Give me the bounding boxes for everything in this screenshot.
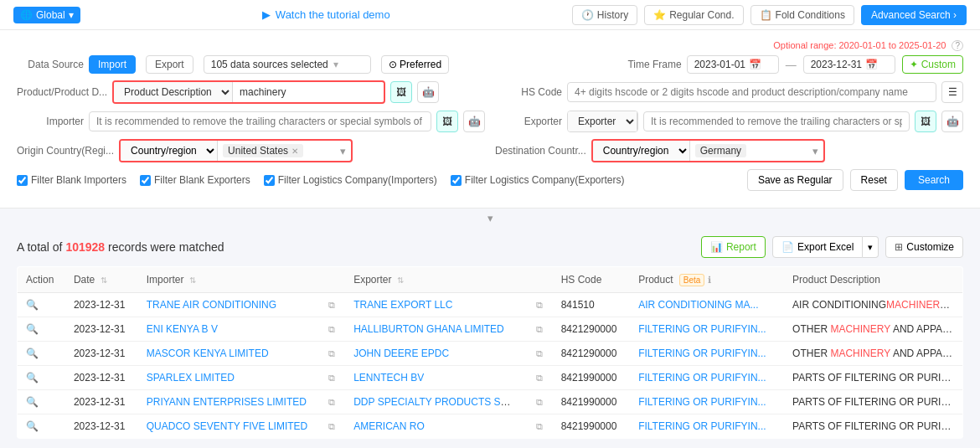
save-regular-button[interactable]: Save as Regular: [747, 169, 843, 191]
origin-country-dropdown-arrow[interactable]: ▾: [335, 145, 351, 157]
importer-link[interactable]: MASCOR KENYA LIMITED: [147, 348, 269, 359]
hscode-list-icon[interactable]: ☰: [941, 81, 963, 103]
custom-button[interactable]: ✦ Custom: [902, 55, 963, 74]
cell-exporter-copy[interactable]: ⧉: [524, 317, 553, 342]
export-dropdown-arrow[interactable]: ▾: [863, 236, 879, 258]
exporter-type-select[interactable]: Exporter: [568, 111, 637, 131]
cell-exporter-copy[interactable]: ⧉: [524, 390, 553, 415]
importer-copy-icon[interactable]: ⧉: [328, 348, 335, 358]
filter2-input[interactable]: [140, 175, 151, 186]
importer-copy-icon[interactable]: ⧉: [328, 373, 335, 383]
row-search-icon[interactable]: 🔍: [26, 396, 39, 408]
product-link[interactable]: FILTERING OR PURIFYIN...: [638, 396, 766, 408]
product-type-select[interactable]: Product Description: [114, 82, 233, 102]
product-link[interactable]: AIR CONDITIONING MA...: [638, 299, 758, 311]
filter3-input[interactable]: [264, 175, 275, 186]
exporter-link[interactable]: TRANE EXPORT LLC: [353, 299, 452, 311]
exporter-copy-icon[interactable]: ⧉: [536, 300, 543, 310]
search-button[interactable]: Search: [905, 170, 963, 190]
filter1-checkbox[interactable]: Filter Blank Importers: [17, 174, 126, 186]
exporter-copy-icon[interactable]: ⧉: [536, 421, 543, 431]
collapse-row[interactable]: ▾: [0, 209, 980, 228]
importer-link[interactable]: QUADCO SEVENTY FIVE LIMITED: [147, 420, 307, 432]
filter4-checkbox[interactable]: Filter Logistics Company(Exporters): [451, 174, 625, 186]
importer-copy-icon[interactable]: ⧉: [328, 324, 335, 334]
filter2-checkbox[interactable]: Filter Blank Exporters: [140, 174, 250, 186]
row-search-icon[interactable]: 🔍: [26, 348, 39, 359]
row-search-icon[interactable]: 🔍: [26, 323, 39, 335]
col-date[interactable]: Date ⇅: [65, 267, 138, 293]
importer-link[interactable]: TRANE AIR CONDITIONING: [147, 299, 276, 311]
export-tab[interactable]: Export: [146, 55, 193, 74]
fold-conditions-button[interactable]: 📋 Fold Conditions: [750, 5, 854, 25]
cell-action[interactable]: 🔍: [18, 293, 65, 317]
exporter-image-icon[interactable]: 🖼: [915, 111, 936, 132]
cell-action[interactable]: 🔍: [18, 317, 65, 342]
row-search-icon[interactable]: 🔍: [26, 420, 39, 432]
col-importer[interactable]: Importer ⇅: [138, 267, 317, 293]
cell-exporter-copy[interactable]: ⧉: [524, 366, 553, 390]
help-icon[interactable]: ?: [952, 40, 963, 51]
cell-action[interactable]: 🔍: [18, 342, 65, 366]
cell-exporter-copy[interactable]: ⧉: [524, 415, 553, 439]
preferred-button[interactable]: ⊙ Preferred: [381, 55, 449, 74]
filter4-input[interactable]: [451, 175, 462, 186]
exporter-copy-icon[interactable]: ⧉: [536, 373, 543, 383]
import-tab[interactable]: Import: [89, 55, 136, 74]
cell-importer-copy[interactable]: ⧉: [317, 293, 345, 317]
importer-copy-icon[interactable]: ⧉: [328, 397, 335, 407]
exporter-copy-icon[interactable]: ⧉: [536, 348, 543, 358]
exporter-link[interactable]: LENNTECH BV: [353, 372, 424, 384]
row-search-icon[interactable]: 🔍: [26, 372, 39, 384]
exporter-copy-icon[interactable]: ⧉: [536, 324, 543, 334]
hscode-input[interactable]: [567, 82, 936, 102]
product-ai-icon[interactable]: 🤖: [417, 81, 439, 103]
exporter-link[interactable]: AMERICAN RO: [353, 420, 425, 432]
cell-importer-copy[interactable]: ⧉: [317, 390, 345, 415]
filter3-checkbox[interactable]: Filter Logistics Company(Importers): [264, 174, 437, 186]
importer-link[interactable]: SPARLEX LIMITED: [147, 372, 235, 384]
product-link[interactable]: FILTERING OR PURIFYIN...: [638, 372, 766, 384]
cell-action[interactable]: 🔍: [18, 366, 65, 390]
tutorial-link[interactable]: ▶ Watch the tutorial demo: [262, 8, 390, 21]
importer-image-icon[interactable]: 🖼: [436, 111, 458, 132]
cell-action[interactable]: 🔍: [18, 415, 65, 439]
cell-importer-copy[interactable]: ⧉: [317, 317, 345, 342]
origin-country-tag-close[interactable]: ✕: [291, 147, 298, 156]
destination-region-select[interactable]: Country/region: [593, 141, 690, 161]
exporter-ai-icon[interactable]: 🤖: [941, 111, 963, 132]
advanced-search-button[interactable]: Advanced Search ›: [861, 5, 967, 25]
product-link[interactable]: FILTERING OR PURIFYIN...: [638, 348, 766, 359]
exporter-input[interactable]: [643, 111, 910, 131]
origin-region-select[interactable]: Country/region: [121, 141, 218, 161]
exporter-link[interactable]: JOHN DEERE EPDC: [353, 348, 449, 359]
datasource-select[interactable]: 105 data sources selected ▾: [204, 55, 371, 74]
exporter-link[interactable]: DDP SPECIALTY PRODUCTS SOUTH AFRIC...: [353, 396, 524, 408]
cell-importer-copy[interactable]: ⧉: [317, 366, 345, 390]
destination-country-dropdown-arrow[interactable]: ▾: [807, 145, 823, 157]
filter1-input[interactable]: [17, 175, 28, 186]
importer-link[interactable]: ENI KENYA B V: [147, 323, 218, 335]
importer-copy-icon[interactable]: ⧉: [328, 421, 335, 431]
importer-link[interactable]: PRIYANN ENTERPRISES LIMITED: [147, 396, 307, 408]
history-button[interactable]: 🕐 History: [572, 5, 637, 25]
customize-button[interactable]: ⊞ Customize: [885, 236, 963, 258]
cell-importer-copy[interactable]: ⧉: [317, 415, 345, 439]
exporter-link[interactable]: HALLIBURTON GHANA LIMITED: [353, 323, 504, 335]
reset-button[interactable]: Reset: [850, 169, 898, 191]
col-exporter[interactable]: Exporter ⇅: [345, 267, 524, 293]
timeframe-end-input[interactable]: 2023-12-31 📅: [803, 55, 895, 74]
product-link[interactable]: FILTERING OR PURIFYIN...: [638, 420, 766, 432]
cell-exporter-copy[interactable]: ⧉: [524, 293, 553, 317]
cell-importer-copy[interactable]: ⧉: [317, 342, 345, 366]
product-image-icon[interactable]: 🖼: [390, 81, 412, 103]
cell-action[interactable]: 🔍: [18, 390, 65, 415]
row-search-icon[interactable]: 🔍: [26, 299, 39, 311]
cell-exporter-copy[interactable]: ⧉: [524, 342, 553, 366]
report-button[interactable]: 📊 Report: [701, 236, 766, 258]
importer-input[interactable]: [89, 111, 431, 131]
global-badge[interactable]: 🌐 Global ▾: [13, 7, 80, 23]
product-link[interactable]: FILTERING OR PURIFYIN...: [638, 323, 766, 335]
importer-ai-icon[interactable]: 🤖: [463, 111, 485, 132]
exporter-copy-icon[interactable]: ⧉: [536, 397, 543, 407]
